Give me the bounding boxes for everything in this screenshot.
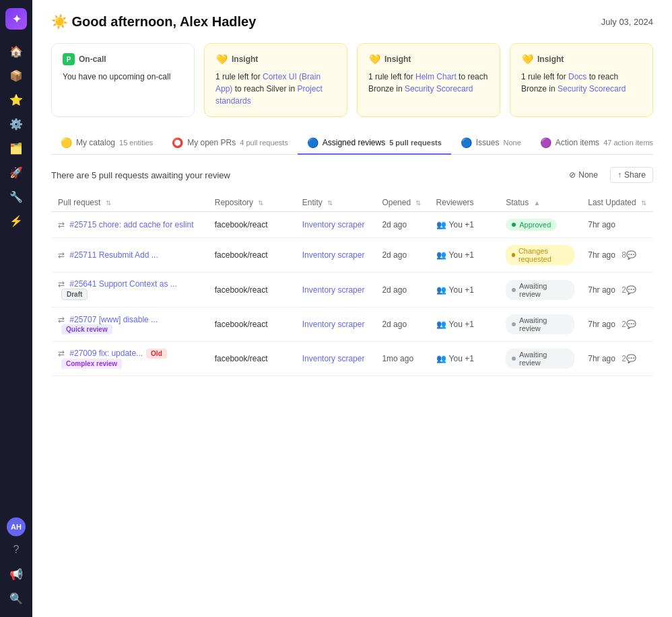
insight-card-3-header: 💛 Insight [521,53,642,65]
sidebar-item-starred[interactable]: ⭐ [5,89,27,110]
repo-cell: facebook/react [208,342,296,376]
col-header-status: Status ▲ [499,194,581,212]
insight-card-2-header: 💛 Insight [368,53,489,65]
sidebar-item-docs[interactable]: 🗂️ [5,137,27,159]
entity-link[interactable]: Inventory scraper [302,285,365,295]
comment-count: 8💬 [621,250,636,260]
filter-none-button[interactable]: ⊘ None [564,168,603,182]
insight-title-2: Insight [384,55,411,64]
status-dot [512,223,516,227]
entity-link[interactable]: Inventory scraper [302,250,365,260]
user-avatar[interactable]: AH [7,517,26,536]
status-dot [512,357,516,361]
insight-card-1-header: 💛 Insight [215,53,336,65]
page-title: ☀️ Good afternoon, Alex Hadley [51,13,256,30]
tab-issues[interactable]: 🔵 Issues None [451,132,531,155]
sidebar-item-search[interactable]: 🔍 [5,587,27,609]
share-button[interactable]: ↑ Share [610,167,653,183]
insight-title-3: Insight [537,55,564,64]
repo-link[interactable]: facebook/react [215,285,268,295]
insight-link-docs[interactable]: Docs [568,72,586,81]
sidebar-item-help[interactable]: ? [5,539,27,560]
insight-link-security-scorecard-2[interactable]: Security Scorecard [558,84,626,94]
tab-my-catalog[interactable]: 🟡 My catalog 15 entities [51,132,162,155]
reviewers-text: You +1 [449,220,474,229]
sidebar-item-catalog[interactable]: 📦 [5,65,27,86]
tab-assigned-reviews[interactable]: 🔵 Assigned reviews 5 pull requests [298,132,451,155]
sidebar-item-settings[interactable]: ⚙️ [5,113,27,135]
opened-text: 1mo ago [382,354,413,363]
opened-cell: 2d ago [375,212,429,238]
last-updated-cell: 7hr ago [581,212,653,238]
opened-cell: 1mo ago [375,342,429,376]
oncall-title: On-call [79,55,106,64]
tab-sub-assigned-reviews: 5 pull requests [389,139,442,147]
pr-link[interactable]: #25711 Resubmit Add ... [69,250,158,260]
status-cell: Approved [499,212,581,238]
tab-sub-my-open-prs: 4 pull requests [240,139,288,147]
pr-cell: ⇄ #25641 Support Context as ...Draft [51,273,208,307]
col-header-entity: Entity ⇅ [296,194,376,212]
pr-branch-icon: ⇄ [58,220,65,229]
sidebar-item-tools[interactable]: 🔧 [5,186,27,207]
opened-cell: 2d ago [375,238,429,273]
repo-link[interactable]: facebook/react [215,250,268,260]
table-row: ⇄ #25715 chore: add cache for eslint fac… [51,212,653,238]
repo-link[interactable]: facebook/react [215,354,268,363]
tag-draft: Draft [61,289,88,300]
tab-icon-issues: 🔵 [461,137,472,148]
status-badge: Awaiting review [506,349,574,369]
oncall-icon: P [63,53,75,65]
col-header-reviewers: Reviewers [430,194,500,212]
insight-card-1-body: 1 rule left for Cortex UI (Brain App) to… [215,71,336,107]
entity-link[interactable]: Inventory scraper [302,220,365,229]
status-badge: Approved [506,219,557,231]
sidebar-item-announcements[interactable]: 📢 [5,563,27,585]
sidebar-item-home[interactable]: 🏠 [5,40,27,62]
tab-my-open-prs[interactable]: ⭕ My open PRs 4 pull requests [162,132,298,155]
page-header: ☀️ Good afternoon, Alex Hadley July 03, … [51,13,653,30]
tab-label-my-open-prs: My open PRs [187,138,236,147]
status-text: Awaiting review [519,351,568,367]
app-logo[interactable]: ✦ [5,8,27,30]
tab-pending-verifications[interactable]: 🟡 Pending verifications 7 verifications [663,132,672,155]
reviewers-icon: 👥 [436,320,446,329]
pr-link[interactable]: #25641 Support Context as ... [69,279,176,289]
comment-count: 2💬 [621,354,636,363]
entity-link[interactable]: Inventory scraper [302,354,365,363]
tab-label-action-items: Action items [556,138,599,147]
pr-link[interactable]: #25715 chore: add cache for eslint [69,220,193,229]
status-cell: Awaiting review [499,307,581,342]
tab-action-items[interactable]: 🟣 Action items 47 action items [531,132,663,155]
sidebar-item-activity[interactable]: ⚡ [5,210,27,231]
oncall-card: P On-call You have no upcoming on-call [51,43,195,117]
tab-label-assigned-reviews: Assigned reviews [323,138,385,147]
reviewers-text: You +1 [449,250,474,260]
comment-count: 2💬 [621,285,636,295]
pr-link[interactable]: #27009 fix: update... [69,349,143,358]
repo-link[interactable]: facebook/react [215,320,268,329]
entity-cell: Inventory scraper [296,273,376,307]
repo-link[interactable]: facebook/react [215,220,268,229]
reviewers-cell: 👥 You +1 [430,307,500,342]
entity-link[interactable]: Inventory scraper [302,320,365,329]
pr-link[interactable]: #25707 [www] disable ... [69,315,158,324]
repo-cell: facebook/react [208,307,296,342]
last-updated-text: 7hr ago [588,320,615,329]
table-actions: ⊘ None ↑ Share [564,167,653,183]
entity-cell: Inventory scraper [296,238,376,273]
filter-icon: ⊘ [569,170,576,180]
reviewers-cell: 👥 You +1 [430,342,500,376]
tab-sub-issues: None [503,139,520,147]
last-updated-cell: 7hr ago 8💬 [581,238,653,273]
last-updated-cell: 7hr ago 2💬 [581,342,653,376]
tab-icon-my-open-prs: ⭕ [172,137,183,148]
sidebar-item-deploy[interactable]: 🚀 [5,161,27,183]
insight-link-helmchart[interactable]: Helm Chart [415,72,457,81]
pr-branch-icon: ⇄ [58,279,65,289]
comment-count: 2💬 [621,320,636,329]
reviewers-text: You +1 [449,285,474,295]
insight-card-1: 💛 Insight 1 rule left for Cortex UI (Bra… [204,43,347,117]
tag-old: Old [146,349,167,359]
insight-link-security-scorecard-1[interactable]: Security Scorecard [405,84,473,94]
